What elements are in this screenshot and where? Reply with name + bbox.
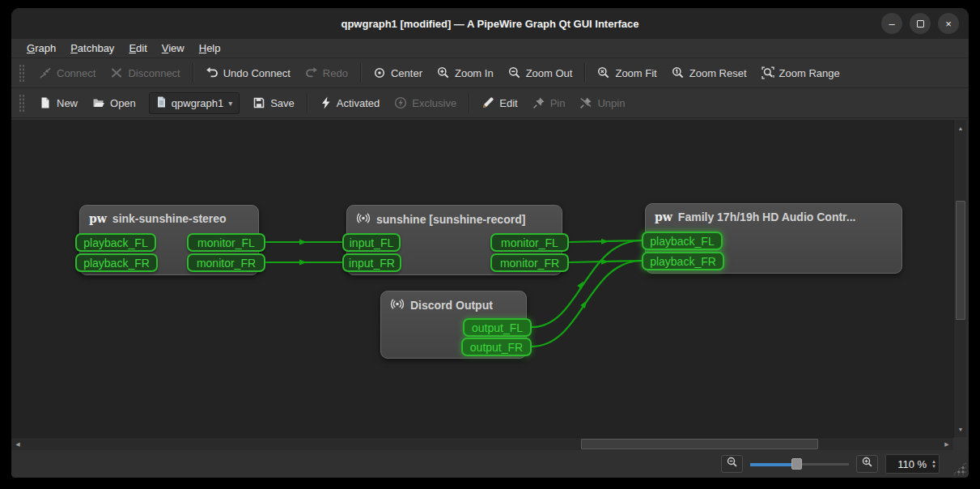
- zoom-out-icon: [508, 66, 521, 79]
- main-toolbar: Connect Disconnect Undo Connect Redo Cen…: [11, 58, 969, 88]
- zoom-in-icon: [437, 66, 450, 79]
- toolbar-separator: [307, 93, 308, 113]
- toolbar-separator: [469, 93, 469, 113]
- window-controls: – ×: [881, 13, 959, 34]
- vertical-scrollbar-thumb[interactable]: [956, 201, 965, 320]
- minimize-icon: –: [889, 18, 894, 30]
- toolbar-drag-handle[interactable]: [19, 94, 25, 112]
- close-button[interactable]: ×: [938, 13, 959, 34]
- port-input[interactable]: playback_FR: [642, 252, 724, 270]
- zoom-range-icon: [762, 66, 774, 79]
- exclusive-button[interactable]: Exclusive: [387, 91, 464, 114]
- scroll-down-arrow[interactable]: ▼: [954, 423, 967, 436]
- menu-graph[interactable]: Graph: [19, 42, 63, 54]
- connection-arrow: [299, 260, 307, 266]
- port-output[interactable]: output_FR: [461, 338, 532, 356]
- connection-arrow: [299, 240, 307, 245]
- connect-icon: [39, 66, 52, 79]
- open-button[interactable]: Open: [85, 91, 143, 114]
- spinbox-arrows[interactable]: ▲ ▼: [931, 459, 936, 469]
- zoom-range-button[interactable]: Zoom Range: [754, 62, 847, 84]
- vertical-scrollbar[interactable]: ▲ ▼: [953, 120, 966, 437]
- port-output[interactable]: monitor_FR: [187, 253, 265, 272]
- new-button[interactable]: New: [32, 91, 85, 114]
- titlebar[interactable]: qpwgraph1 [modified] — A PipeWire Graph …: [11, 8, 969, 39]
- maximize-icon: [917, 20, 924, 28]
- patchbay-file-icon: [156, 96, 167, 110]
- port-input[interactable]: playback_FR: [75, 253, 158, 272]
- port-output[interactable]: monitor_FL: [187, 233, 265, 252]
- edit-button[interactable]: Edit: [474, 91, 524, 114]
- zoom-value: 110 %: [893, 458, 927, 470]
- exclusive-icon: [394, 96, 407, 109]
- menubar: Graph Patchbay Edit View Help: [11, 39, 969, 58]
- center-icon: [373, 66, 386, 79]
- horizontal-scrollbar-thumb[interactable]: [581, 439, 818, 449]
- toolbar-separator: [360, 63, 361, 83]
- menu-help[interactable]: Help: [192, 42, 228, 54]
- port-input[interactable]: playback_FL: [75, 233, 156, 252]
- port-output[interactable]: output_FL: [463, 318, 532, 337]
- unpin-button[interactable]: Unpin: [572, 91, 632, 114]
- patchbay-profile-combobox[interactable]: qpwgraph1 ▾: [149, 92, 240, 114]
- app-window: qpwgraph1 [modified] — A PipeWire Graph …: [11, 8, 969, 478]
- maximize-button[interactable]: [910, 13, 931, 34]
- zoom-in-button[interactable]: Zoom In: [430, 62, 501, 84]
- undo-icon: [206, 66, 218, 79]
- scroll-up-arrow[interactable]: ▲: [954, 121, 967, 134]
- unpin-icon: [579, 96, 592, 109]
- window-resize-grip[interactable]: [952, 461, 966, 475]
- zoom-slider-handle[interactable]: [791, 458, 802, 470]
- zoom-slider[interactable]: [750, 457, 849, 470]
- menu-view[interactable]: View: [155, 42, 192, 54]
- edit-icon: [482, 96, 494, 109]
- undo-connect-button[interactable]: Undo Connect: [198, 62, 298, 84]
- redo-icon: [305, 66, 318, 79]
- patchbay-toolbar: New Open qpwgraph1 ▾ Save Activated Excl…: [11, 88, 969, 118]
- port-input[interactable]: input_FR: [342, 253, 401, 272]
- center-button[interactable]: Center: [366, 62, 430, 84]
- zoom-fit-icon: [597, 66, 610, 79]
- activated-button[interactable]: Activated: [312, 91, 387, 114]
- close-icon: ×: [945, 18, 952, 30]
- connect-button[interactable]: Connect: [32, 62, 103, 84]
- pin-button[interactable]: Pin: [525, 91, 573, 114]
- minimize-button[interactable]: –: [881, 13, 902, 34]
- menu-edit[interactable]: Edit: [121, 42, 154, 54]
- disconnect-icon: [110, 66, 123, 79]
- menu-patchbay[interactable]: Patchbay: [63, 42, 121, 54]
- zoom-spinbox[interactable]: 110 % ▲ ▼: [885, 454, 940, 474]
- zoom-out-button[interactable]: Zoom Out: [501, 62, 580, 84]
- zoom-reset-button[interactable]: Zoom Reset: [664, 62, 754, 84]
- activated-icon: [320, 96, 332, 109]
- scroll-right-arrow[interactable]: ▶: [940, 438, 953, 451]
- zoom-fit-button[interactable]: Zoom Fit: [590, 62, 664, 84]
- open-folder-icon: [92, 96, 105, 109]
- toolbar-separator: [193, 63, 193, 83]
- disconnect-button[interactable]: Disconnect: [103, 62, 187, 84]
- save-icon: [252, 96, 265, 109]
- horizontal-scrollbar[interactable]: ◀ ▶: [11, 437, 953, 450]
- save-button[interactable]: Save: [245, 91, 302, 114]
- connection[interactable]: [532, 261, 642, 347]
- connection-arrow: [601, 259, 609, 265]
- toolbar-drag-handle[interactable]: [19, 64, 25, 82]
- chevron-down-icon: ▾: [228, 99, 232, 108]
- pin-icon: [532, 96, 545, 109]
- scroll-left-arrow[interactable]: ◀: [11, 438, 24, 451]
- zoom-slider-fill: [750, 463, 796, 466]
- zoom-out-icon: [727, 457, 738, 471]
- redo-button[interactable]: Redo: [298, 62, 355, 84]
- graph-canvas[interactable]: pw sink-sunshine-stereo sunshine [sunshi…: [11, 120, 953, 437]
- statusbar-zoom-out-button[interactable]: [721, 455, 743, 473]
- port-output[interactable]: monitor_FL: [490, 233, 569, 252]
- patchbay-profile-value: qpwgraph1: [172, 97, 223, 109]
- new-file-icon: [39, 96, 52, 109]
- port-output[interactable]: monitor_FR: [490, 253, 569, 272]
- statusbar-zoom-in-button[interactable]: [856, 455, 878, 473]
- port-input[interactable]: input_FL: [342, 233, 401, 252]
- port-input[interactable]: playback_FL: [642, 232, 723, 250]
- spin-down-icon[interactable]: ▼: [931, 464, 936, 469]
- zoom-reset-icon: [672, 66, 685, 79]
- zoom-in-icon: [862, 457, 873, 471]
